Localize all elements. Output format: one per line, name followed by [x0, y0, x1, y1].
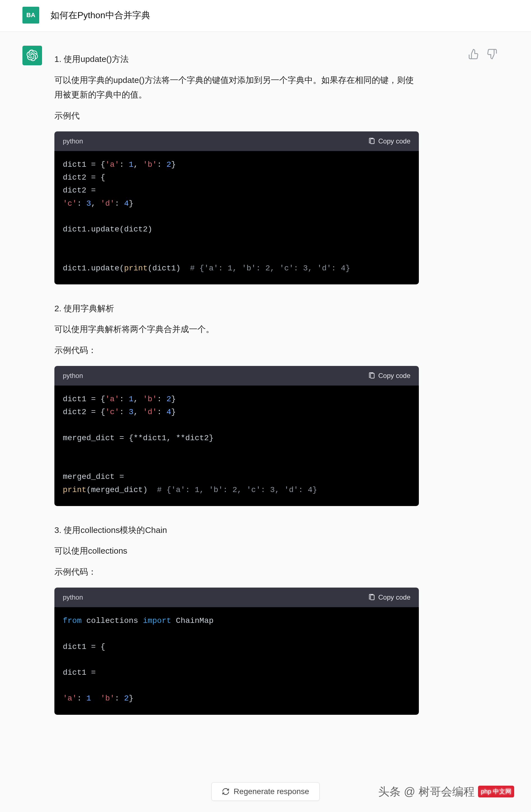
code-content[interactable]: dict1 = {'a': 1, 'b': 2} dict2 = {'c': 3… — [54, 386, 419, 506]
code-header: python Copy code — [54, 366, 419, 386]
code-block: python Copy code dict1 = {'a': 1, 'b': 2… — [54, 366, 419, 506]
section-heading: 1. 使用update()方法 — [54, 52, 419, 67]
section-1: 1. 使用update()方法 可以使用字典的update()方法将一个字典的键… — [54, 52, 419, 285]
copy-code-label: Copy code — [378, 370, 410, 382]
code-content[interactable]: from collections import ChainMap dict1 =… — [54, 607, 419, 714]
example-label: 示例代 — [54, 108, 419, 123]
example-label: 示例代码： — [54, 343, 419, 358]
assistant-message-row: 1. 使用update()方法 可以使用字典的update()方法将一个字典的键… — [0, 32, 531, 773]
user-message-row: BA 如何在Python中合并字典 — [0, 0, 531, 32]
code-block: python Copy code dict1 = {'a': 1, 'b': 2… — [54, 131, 419, 285]
copy-code-button[interactable]: Copy code — [368, 135, 410, 147]
svg-rect-1 — [371, 374, 374, 378]
assistant-content: 1. 使用update()方法 可以使用字典的update()方法将一个字典的键… — [54, 52, 419, 715]
code-lang-label: python — [63, 592, 83, 603]
code-block: python Copy code from collections import… — [54, 588, 419, 714]
user-prompt-text: 如何在Python中合并字典 — [51, 7, 150, 23]
section-desc: 可以使用字典解析将两个字典合并成一个。 — [54, 322, 419, 337]
user-avatar: BA — [23, 7, 39, 24]
clipboard-icon — [368, 594, 375, 601]
clipboard-icon — [368, 372, 375, 379]
clipboard-icon — [368, 137, 375, 145]
section-heading: 2. 使用字典解析 — [54, 301, 419, 316]
feedback-controls — [468, 48, 497, 64]
svg-rect-0 — [371, 139, 374, 143]
example-label: 示例代码： — [54, 565, 419, 579]
code-content[interactable]: dict1 = {'a': 1, 'b': 2} dict2 = { dict2… — [54, 151, 419, 285]
thumbs-down-icon[interactable] — [486, 48, 497, 64]
copy-code-button[interactable]: Copy code — [368, 370, 410, 382]
copy-code-label: Copy code — [378, 135, 410, 147]
copy-code-label: Copy code — [378, 592, 410, 603]
code-lang-label: python — [63, 135, 83, 147]
section-desc: 可以使用字典的update()方法将一个字典的键值对添加到另一个字典中。如果存在… — [54, 73, 419, 102]
svg-rect-2 — [371, 595, 374, 600]
code-lang-label: python — [63, 370, 83, 382]
section-desc: 可以使用collections — [54, 543, 419, 559]
section-heading: 3. 使用collections模块的Chain — [54, 523, 419, 538]
assistant-avatar — [23, 46, 42, 65]
code-header: python Copy code — [54, 131, 419, 151]
copy-code-button[interactable]: Copy code — [368, 592, 410, 603]
thumbs-up-icon[interactable] — [468, 48, 479, 64]
code-header: python Copy code — [54, 588, 419, 607]
section-3: 3. 使用collections模块的Chain 可以使用collections… — [54, 523, 419, 715]
section-2: 2. 使用字典解析 可以使用字典解析将两个字典合并成一个。 示例代码： pyth… — [54, 301, 419, 506]
openai-logo-icon — [26, 49, 38, 61]
